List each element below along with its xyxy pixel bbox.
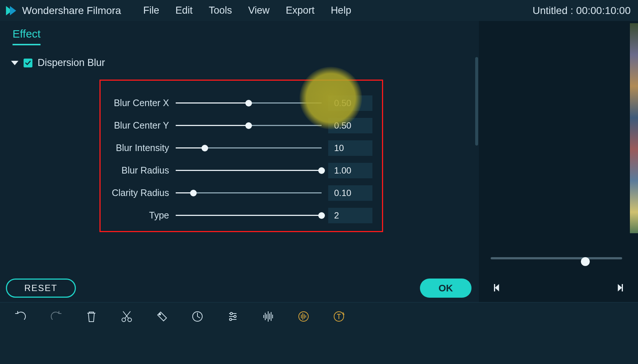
text-timer-button[interactable] <box>331 308 347 325</box>
preview-thumbnail-strip <box>630 23 638 233</box>
cut-button[interactable] <box>119 308 135 325</box>
control-slider[interactable] <box>176 144 322 153</box>
control-slider[interactable] <box>176 99 322 108</box>
menu-items: File Edit Tools View Export Help <box>143 5 351 16</box>
adjust-button[interactable] <box>225 308 241 325</box>
svg-rect-0 <box>494 284 495 291</box>
control-label: Blur Center Y <box>110 120 169 131</box>
svg-point-6 <box>230 312 232 315</box>
preview-panel <box>479 21 638 302</box>
control-row: Type 2 <box>110 204 372 227</box>
control-row: Clarity Radius 0.10 <box>110 182 372 204</box>
effect-panel: Effect Dispersion Blur Blur Center X 0.5… <box>0 21 479 302</box>
svg-point-3 <box>128 318 132 322</box>
control-slider[interactable] <box>176 121 322 130</box>
menu-help[interactable]: Help <box>331 5 351 16</box>
control-row: Blur Center X 0.50 <box>110 92 372 114</box>
control-slider[interactable] <box>176 211 322 220</box>
section-header[interactable]: Dispersion Blur <box>11 57 479 69</box>
control-label: Type <box>110 210 169 221</box>
project-title: Untitled : 00:00:10:00 <box>533 5 631 17</box>
control-row: Blur Radius 1.00 <box>110 159 372 182</box>
svg-rect-1 <box>622 284 623 291</box>
preview-controls <box>479 257 638 302</box>
control-slider[interactable] <box>176 189 322 197</box>
panel-scrollbar[interactable] <box>475 57 478 146</box>
control-slider[interactable] <box>176 166 322 175</box>
menu-export[interactable]: Export <box>286 5 315 16</box>
svg-point-9 <box>299 312 308 321</box>
tag-button[interactable] <box>154 308 170 325</box>
svg-point-2 <box>122 318 126 322</box>
bottom-toolbar <box>0 302 638 364</box>
control-label: Blur Radius <box>110 165 169 176</box>
caret-down-icon[interactable] <box>11 61 18 65</box>
ok-button[interactable]: OK <box>420 279 472 298</box>
effect-body: Dispersion Blur Blur Center X 0.50 Blur … <box>11 57 479 302</box>
audio-waveform-button[interactable] <box>260 308 276 325</box>
redo-button[interactable] <box>48 308 64 325</box>
prev-frame-button[interactable] <box>490 280 505 295</box>
menu-file[interactable]: File <box>143 5 160 16</box>
menu-view[interactable]: View <box>248 5 270 16</box>
svg-point-4 <box>159 314 161 315</box>
control-label: Clarity Radius <box>110 188 169 198</box>
control-label: Blur Intensity <box>110 143 169 153</box>
menu-tools[interactable]: Tools <box>209 5 232 16</box>
panel-buttons: RESET OK <box>6 279 472 298</box>
section-title: Dispersion Blur <box>38 57 105 69</box>
speed-button[interactable] <box>189 308 206 325</box>
control-label: Blur Center X <box>110 98 169 108</box>
control-value[interactable]: 10 <box>328 140 372 156</box>
svg-point-7 <box>234 315 236 318</box>
audio-enhance-button[interactable] <box>295 308 312 325</box>
control-value[interactable]: 0.50 <box>328 118 372 133</box>
menu-edit[interactable]: Edit <box>175 5 193 16</box>
control-value[interactable]: 0.10 <box>328 185 372 201</box>
app-title: Wondershare Filmora <box>22 5 121 17</box>
next-frame-button[interactable] <box>611 280 627 295</box>
reset-button[interactable]: RESET <box>6 279 76 298</box>
tab-effect[interactable]: Effect <box>13 28 41 45</box>
undo-button[interactable] <box>13 308 29 325</box>
section-checkbox[interactable] <box>24 59 32 67</box>
zoom-slider[interactable] <box>491 257 622 266</box>
panel-tabs: Effect <box>11 28 479 45</box>
app-logo-icon <box>4 4 17 17</box>
main-area: Effect Dispersion Blur Blur Center X 0.5… <box>0 21 638 302</box>
control-value[interactable]: 0.50 <box>328 95 372 111</box>
svg-point-8 <box>229 318 232 321</box>
control-row: Blur Center Y 0.50 <box>110 114 372 137</box>
delete-button[interactable] <box>83 308 99 325</box>
control-value[interactable]: 2 <box>328 208 372 223</box>
controls-annotation-box: Blur Center X 0.50 Blur Center Y 0.50 Bl… <box>99 80 383 232</box>
menubar: Wondershare Filmora File Edit Tools View… <box>0 0 638 21</box>
control-row: Blur Intensity 10 <box>110 137 372 159</box>
control-value[interactable]: 1.00 <box>328 163 372 178</box>
